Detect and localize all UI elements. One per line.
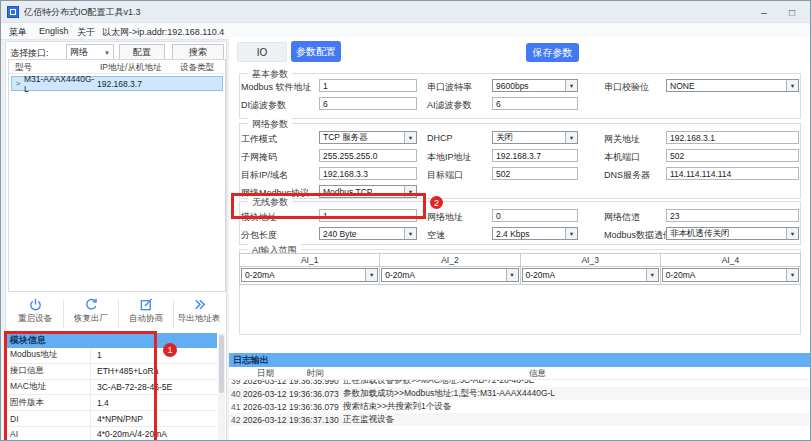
di-filter-input[interactable]: 6	[319, 97, 417, 110]
chevron-down-icon: ▼	[786, 80, 798, 91]
air-rate-label: 空速	[427, 229, 445, 242]
chevron-down-icon: ▼	[565, 228, 577, 239]
col-address: IP地址/从机地址	[100, 62, 161, 74]
col-devtype: 设备类型	[180, 62, 214, 74]
table-row: 固件版本 1.4	[6, 395, 217, 411]
modbus-software-address-input[interactable]: 1	[319, 79, 417, 92]
action-label: 恢复出厂	[74, 313, 108, 325]
target-port-input[interactable]: 502	[492, 167, 578, 180]
packet-length-label: 分包长度	[241, 229, 277, 242]
chevron-down-icon: ▼	[565, 132, 577, 143]
title-bar: 亿佰特分布式IO配置工具v1.3 – □	[1, 1, 811, 23]
table-row: MAC地址 3C-AB-72-28-46-5E	[6, 380, 217, 396]
network-address-input[interactable]: 0	[492, 209, 578, 222]
export-address-table-button[interactable]: 导出地址表	[174, 297, 224, 331]
restart-device-button[interactable]: 重启设备	[10, 297, 60, 331]
log-row[interactable]: 40 2026-03-12 19:36:36.073 参数加载成功>>Modbu…	[229, 387, 811, 400]
factory-reset-button[interactable]: 恢复出厂	[66, 297, 116, 331]
ai-range-header: AI_1 AI_2 AI_3 AI_4	[240, 254, 800, 267]
menu-item-about[interactable]: 关于	[77, 26, 95, 39]
device-actions: 重启设备 恢复出厂 自动协商	[6, 297, 226, 333]
group-title: 网络参数	[248, 118, 292, 131]
log-rows: 39 2026-03-12 19:36:35.990 正在加载设备参数>>MAC…	[229, 380, 811, 441]
action-label: 自动协商	[129, 313, 163, 325]
table-row: DI 4*NPN/PNP	[6, 411, 217, 427]
col-ai1: AI_1	[240, 254, 380, 266]
net-modbus-protocol-select[interactable]: Modbus TCP▼	[319, 185, 417, 198]
modbus-software-address-label: Modbus 软件地址	[241, 81, 312, 94]
log-row[interactable]: 41 2026-03-12 19:36:36.079 搜索结束>>共搜索到1个设…	[229, 400, 811, 413]
minimize-button[interactable]: –	[750, 1, 778, 23]
ai2-range-select[interactable]: 0-20mA▼	[381, 268, 518, 282]
device-row-selected[interactable]: > M31-AAAX4440G-L 192.168.3.7	[11, 76, 223, 91]
scrollbar-thumb[interactable]	[219, 335, 224, 393]
device-address: 192.168.3.7	[97, 79, 142, 89]
module-scrollbar[interactable]	[218, 333, 225, 441]
work-mode-label: 工作模式	[241, 133, 277, 146]
packet-length-select[interactable]: 240 Byte▼	[319, 227, 417, 240]
local-ip-label: 本地IP地址	[427, 151, 472, 164]
dns-input[interactable]: 114.114.114.114	[666, 167, 799, 180]
action-label: 重启设备	[18, 313, 52, 325]
device-model: M31-AAAX4440G-L	[24, 74, 97, 94]
ai4-range-select[interactable]: 0-20mA▼	[662, 268, 799, 282]
auto-negotiate-button[interactable]: 自动协商	[121, 297, 171, 331]
dhcp-select[interactable]: 关闭▼	[492, 131, 578, 144]
sidebar: 选择接口: 网络 ▼ 配置 搜索 型号 IP地址/从机地址 设备类型 > M31…	[5, 41, 227, 441]
chevron-down-icon: ▼	[404, 132, 416, 143]
save-params-button[interactable]: 保存参数	[526, 43, 579, 62]
ai3-range-select[interactable]: 0-20mA▼	[522, 268, 659, 282]
gateway-label: 网关地址	[604, 133, 640, 146]
maximize-button[interactable]: □	[778, 1, 806, 23]
ai1-range-select[interactable]: 0-20mA▼	[241, 268, 378, 282]
log-row[interactable]: 42 2026-03-12 19:36:37.130 正在监视设备	[229, 413, 811, 426]
modbus-passthrough-select[interactable]: 非本机透传关闭▼	[666, 227, 799, 240]
tab-io[interactable]: IO	[237, 42, 287, 62]
local-port-input[interactable]: 502	[666, 149, 799, 162]
col-date: 日期	[257, 368, 274, 380]
param-config-button[interactable]: 参数配置	[291, 41, 341, 62]
table-row: AI 4*0-20mA/4-20mA	[6, 427, 217, 441]
parity-label: 串口校验位	[604, 81, 649, 94]
chevron-down-icon: ▼	[506, 269, 518, 281]
device-list: 型号 IP地址/从机地址 设备类型 > M31-AAAX4440G-L 192.…	[8, 59, 226, 292]
chevron-down-icon: ▼	[786, 269, 798, 281]
divider	[63, 300, 64, 328]
module-info-header: 模块信息	[6, 333, 217, 348]
network-channel-input[interactable]: 23	[666, 209, 799, 222]
module-address-input[interactable]: 1	[319, 209, 417, 222]
refresh-icon	[84, 297, 99, 312]
gateway-input[interactable]: 192.168.3.1	[666, 131, 799, 144]
work-mode-select[interactable]: TCP 服务器▼	[319, 131, 417, 144]
dns-label: DNS服务器	[604, 169, 650, 182]
subnet-mask-label: 子网掩码	[241, 151, 277, 164]
window-title: 亿佰特分布式IO配置工具v1.3	[24, 6, 141, 19]
baud-rate-select[interactable]: 9600bps▼	[492, 79, 578, 92]
tree-expander-icon[interactable]: >	[12, 79, 24, 88]
chevron-down-icon: ▼	[104, 50, 110, 56]
app-window: 亿佰特分布式IO配置工具v1.3 – □ 菜单 English 关于 以太网->…	[0, 0, 811, 441]
chevron-down-icon: ▼	[565, 80, 577, 91]
log-table-header: 日期 时间 信息	[229, 367, 811, 380]
menu-item-menu[interactable]: 菜单	[9, 26, 27, 39]
ai-filter-input[interactable]: 6	[492, 97, 578, 110]
app-logo-icon	[7, 6, 19, 18]
parity-select[interactable]: NONE▼	[666, 79, 799, 92]
target-ip-input[interactable]: 192.168.3.3	[319, 167, 417, 180]
edit-icon	[139, 297, 154, 312]
target-ip-label: 目标IP/域名	[241, 169, 288, 182]
subnet-mask-input[interactable]: 255.255.255.0	[319, 149, 417, 162]
air-rate-select[interactable]: 2.4 Kbps▼	[492, 227, 578, 240]
log-row[interactable]: 39 2026-03-12 19:36:35.990 正在加载设备参数>>MAC…	[229, 380, 811, 387]
modbus-passthrough-label: Modbus数据透传	[604, 229, 672, 242]
chevron-down-icon: ▼	[786, 228, 798, 239]
network-channel-label: 网络信道	[604, 211, 640, 224]
ai-range-table: AI_1 AI_2 AI_3 AI_4 0-20mA▼ 0-20mA▼ 0-20…	[239, 253, 801, 285]
menu-item-ethernet-ip[interactable]: 以太网->ip.addr:192.168.110.4	[102, 26, 224, 39]
ai-range-body: 0-20mA▼ 0-20mA▼ 0-20mA▼ 0-20mA▼	[240, 267, 800, 284]
content-panel: IO 参数配置 保存参数 基本参数 Modbus 软件地址 1 串口波特率 96…	[229, 37, 811, 441]
network-address-label: 网络地址	[427, 211, 463, 224]
local-ip-input[interactable]: 192.168.3.7	[492, 149, 578, 162]
col-time: 时间	[307, 368, 324, 380]
menu-item-english[interactable]: English	[39, 26, 69, 36]
